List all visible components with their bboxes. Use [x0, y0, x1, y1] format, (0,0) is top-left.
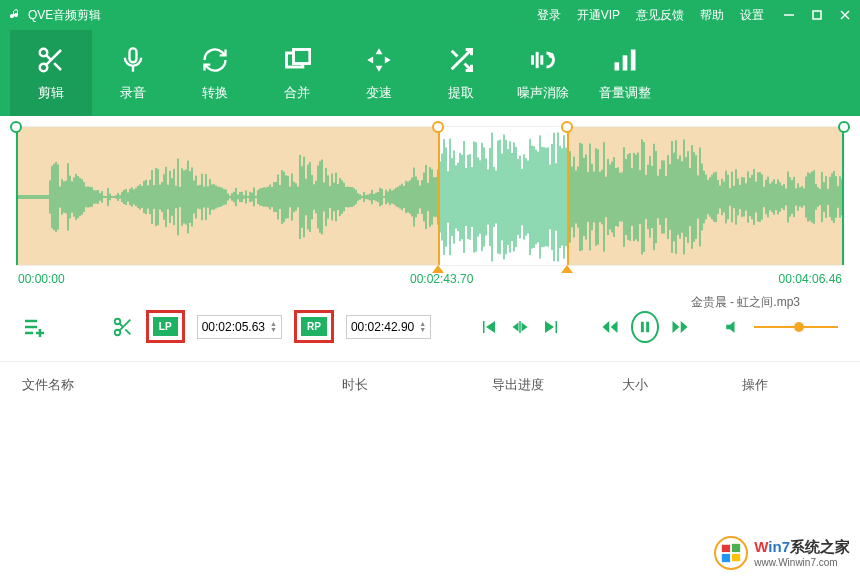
tool-speed-label: 变速	[366, 84, 392, 102]
svg-rect-456	[641, 321, 644, 332]
menu-help[interactable]: 帮助	[700, 7, 724, 24]
svg-marker-454	[603, 321, 610, 333]
svg-rect-463	[722, 554, 730, 562]
tool-denoise-label: 噪声消除	[517, 84, 569, 102]
titlebar-menu: 登录 开通VIP 意见反馈 帮助 设置	[537, 7, 764, 24]
svg-rect-22	[631, 50, 636, 71]
svg-rect-20	[615, 62, 620, 70]
current-filename: 金贵晨 - 虹之间.mp3	[691, 294, 800, 311]
tool-cut-label: 剪辑	[38, 84, 64, 102]
menu-login[interactable]: 登录	[537, 7, 561, 24]
add-list-button[interactable]	[22, 315, 46, 339]
titlebar: QVE音频剪辑 登录 开通VIP 意见反馈 帮助 设置	[0, 0, 860, 30]
svg-line-7	[54, 63, 61, 70]
rewind-button[interactable]	[601, 318, 619, 336]
svg-line-15	[452, 51, 458, 57]
file-table-header: 文件名称 时长 导出进度 大小 操作	[0, 361, 860, 408]
svg-rect-1	[813, 11, 821, 19]
skip-start-button[interactable]	[480, 318, 498, 336]
speed-icon	[363, 44, 395, 76]
tool-record-label: 录音	[120, 84, 146, 102]
controls-row: 金贵晨 - 虹之间.mp3 LP 00:02:05.63 ▲▼ RP 00:02…	[0, 296, 860, 361]
rp-spinner[interactable]: ▲▼	[419, 321, 426, 333]
col-size: 大小	[622, 376, 742, 394]
svg-line-8	[46, 55, 51, 60]
watermark-logo-icon	[714, 536, 748, 570]
svg-marker-449	[513, 322, 519, 331]
tool-merge[interactable]: 合并	[256, 30, 338, 116]
time-mid: 00:02:43.70	[410, 272, 473, 286]
menu-feedback[interactable]: 意见反馈	[636, 7, 684, 24]
svg-line-446	[119, 323, 123, 327]
forward-button[interactable]	[671, 318, 689, 336]
watermark-text2: www.Winwin7.com	[754, 557, 850, 568]
rp-marker-box: RP	[294, 310, 334, 343]
waveform-svg	[16, 127, 844, 267]
svg-line-445	[125, 329, 130, 334]
volume-icon[interactable]	[724, 318, 742, 336]
lp-time-value: 00:02:05.63	[202, 320, 265, 334]
denoise-icon	[527, 44, 559, 76]
lp-spinner[interactable]: ▲▼	[270, 321, 277, 333]
tool-record[interactable]: 录音	[92, 30, 174, 116]
trim-in-button[interactable]	[510, 318, 530, 336]
timecodes: 00:00:00 00:02:43.70 00:04:06.46	[16, 266, 844, 292]
mic-icon	[117, 44, 149, 76]
tool-volume-label: 音量调整	[599, 84, 651, 102]
convert-icon	[199, 44, 231, 76]
col-filename: 文件名称	[22, 376, 342, 394]
merge-icon	[281, 44, 313, 76]
tool-merge-label: 合并	[284, 84, 310, 102]
tool-extract-label: 提取	[448, 84, 474, 102]
col-action: 操作	[742, 376, 838, 394]
svg-rect-457	[646, 321, 649, 332]
rp-time-input[interactable]: 00:02:42.90 ▲▼	[346, 315, 431, 339]
close-button[interactable]	[840, 10, 850, 20]
svg-rect-462	[732, 544, 740, 552]
svg-point-442	[115, 318, 121, 324]
svg-marker-455	[611, 321, 618, 333]
maximize-button[interactable]	[812, 10, 822, 20]
svg-marker-460	[727, 321, 735, 333]
tool-speed[interactable]: 变速	[338, 30, 420, 116]
time-end: 00:04:06.46	[779, 272, 842, 286]
volume-slider[interactable]	[754, 326, 838, 328]
music-note-icon	[10, 8, 22, 23]
shuffle-icon	[445, 44, 477, 76]
menu-settings[interactable]: 设置	[740, 7, 764, 24]
app-title: QVE音频剪辑	[10, 7, 101, 24]
svg-marker-448	[486, 321, 495, 333]
lp-marker-box: LP	[146, 310, 185, 343]
lp-time-input[interactable]: 00:02:05.63 ▲▼	[197, 315, 282, 339]
lp-badge[interactable]: LP	[153, 317, 178, 336]
svg-point-19	[550, 54, 552, 56]
svg-rect-21	[623, 55, 628, 70]
svg-marker-451	[522, 322, 528, 331]
tool-volume[interactable]: 音量调整	[584, 30, 666, 116]
skip-end-button[interactable]	[542, 318, 560, 336]
svg-point-443	[115, 329, 121, 335]
waveform[interactable]	[16, 126, 844, 266]
menu-vip[interactable]: 开通VIP	[577, 7, 620, 24]
tool-convert-label: 转换	[202, 84, 228, 102]
minimize-button[interactable]	[784, 10, 794, 20]
svg-marker-452	[545, 321, 554, 333]
svg-marker-459	[680, 321, 687, 333]
svg-rect-453	[556, 321, 558, 333]
tool-convert[interactable]: 转换	[174, 30, 256, 116]
svg-rect-450	[520, 321, 522, 333]
svg-rect-464	[732, 554, 740, 561]
rp-badge[interactable]: RP	[301, 317, 327, 336]
col-duration: 时长	[342, 376, 492, 394]
tool-denoise[interactable]: 噪声消除	[502, 30, 584, 116]
app-name-label: QVE音频剪辑	[28, 7, 101, 24]
watermark: Win7Win7系统之家系统之家 www.Winwin7.com	[714, 536, 850, 570]
play-pause-button[interactable]	[631, 311, 658, 343]
cut-button[interactable]	[112, 316, 134, 338]
tool-extract[interactable]: 提取	[420, 30, 502, 116]
tool-cut[interactable]: 剪辑	[10, 30, 92, 116]
svg-marker-458	[672, 321, 679, 333]
scissors-icon	[35, 44, 67, 76]
time-start: 00:00:00	[18, 272, 65, 286]
svg-rect-9	[130, 48, 137, 62]
